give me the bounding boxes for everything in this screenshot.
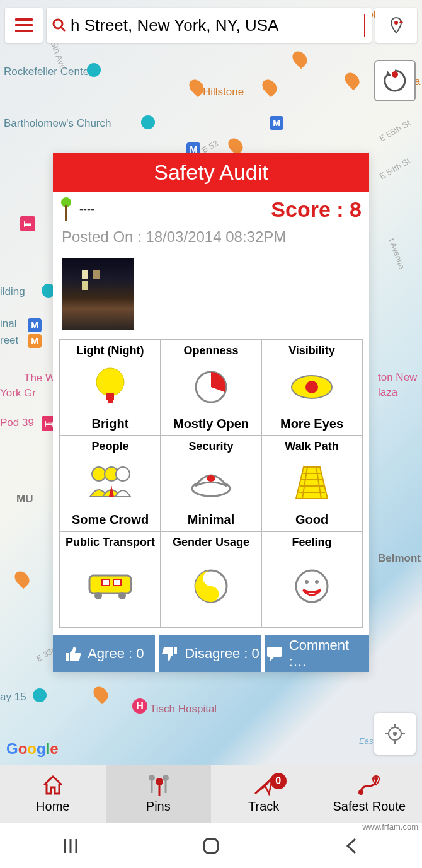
comment-button[interactable]: Comment :… bbox=[265, 635, 369, 672]
map-label: E 55th St bbox=[378, 119, 412, 144]
my-location-button[interactable] bbox=[374, 713, 416, 755]
pie-icon bbox=[193, 357, 229, 417]
search-input[interactable]: h Street, New York, NY, USA bbox=[47, 8, 372, 43]
nav-track[interactable]: 0 Track bbox=[211, 765, 317, 823]
bar-pin-icon bbox=[91, 684, 111, 705]
bus-icon bbox=[87, 549, 134, 623]
meta-dash: ---- bbox=[79, 203, 94, 216]
nav-pins[interactable]: Pins bbox=[106, 765, 212, 823]
path-icon bbox=[294, 453, 330, 512]
svg-point-3 bbox=[392, 71, 398, 78]
svg-point-17 bbox=[305, 381, 318, 393]
svg-point-0 bbox=[54, 20, 62, 28]
map-pin-dropdown[interactable] bbox=[375, 8, 417, 43]
poi-icon bbox=[141, 115, 155, 129]
card-meta-row: ---- Score : 8 bbox=[53, 192, 369, 222]
search-value: h Street, New York, NY, USA bbox=[71, 16, 367, 35]
svg-point-18 bbox=[92, 467, 106, 481]
map-label: York Gr bbox=[0, 387, 36, 400]
svg-rect-31 bbox=[113, 579, 121, 586]
pins-icon bbox=[145, 774, 171, 797]
thumb-down-icon bbox=[161, 644, 180, 663]
audit-grid: Light (Night) Bright Openness Mostly Ope… bbox=[59, 339, 363, 628]
pin-marker-icon bbox=[60, 197, 72, 222]
map-label: t Avenue bbox=[387, 237, 407, 270]
svg-rect-38 bbox=[267, 647, 282, 657]
map-label: Belmont bbox=[378, 552, 421, 565]
svg-point-20 bbox=[116, 467, 130, 481]
svg-point-12 bbox=[96, 368, 124, 396]
map-label: ilding bbox=[0, 286, 25, 298]
metro-icon: M bbox=[28, 318, 42, 332]
agree-button[interactable]: Agree : 0 bbox=[53, 635, 157, 672]
cell-openness: Openness Mostly Open bbox=[161, 340, 261, 436]
menu-button[interactable] bbox=[5, 8, 43, 43]
svg-point-46 bbox=[374, 777, 378, 780]
svg-line-1 bbox=[61, 27, 65, 31]
svg-point-39 bbox=[149, 775, 155, 781]
sys-back[interactable] bbox=[282, 836, 421, 855]
text-cursor bbox=[364, 14, 365, 37]
map-label: E 54th St bbox=[378, 156, 412, 182]
restaurant-pin-icon bbox=[259, 77, 280, 98]
map-label: ay 15 bbox=[0, 691, 26, 703]
people-icon bbox=[86, 453, 134, 512]
map-label: laza bbox=[378, 386, 397, 399]
yinyang-icon bbox=[193, 549, 229, 623]
map-label: inal bbox=[0, 318, 16, 330]
poi-icon bbox=[33, 688, 47, 702]
svg-rect-13 bbox=[106, 393, 114, 400]
poi-icon bbox=[87, 63, 101, 77]
posted-date: Posted On : 18/03/2014 08:32PM bbox=[53, 222, 369, 255]
svg-point-43 bbox=[163, 775, 169, 781]
route-icon bbox=[357, 774, 381, 797]
watermark: www.frfam.com bbox=[362, 822, 418, 831]
map-label: Tisch Hospital bbox=[150, 703, 217, 715]
refresh-button[interactable] bbox=[374, 60, 416, 101]
cell-gender: Gender Usage bbox=[161, 531, 261, 627]
nav-safest-route[interactable]: Safest Route bbox=[317, 765, 423, 823]
svg-point-35 bbox=[296, 570, 328, 602]
bar-pin-icon bbox=[12, 569, 33, 589]
map-label: Pod 39 bbox=[0, 417, 34, 429]
sys-recents[interactable] bbox=[1, 838, 140, 854]
card-title: Safety Audit bbox=[53, 153, 369, 192]
map-label: reet bbox=[0, 334, 18, 347]
sys-home[interactable] bbox=[141, 836, 280, 855]
track-badge: 0 bbox=[270, 773, 287, 789]
bar-pin-icon bbox=[342, 70, 363, 91]
svg-point-33 bbox=[118, 592, 126, 599]
map-label: Hillstone bbox=[203, 86, 244, 98]
svg-point-22 bbox=[207, 475, 215, 482]
map-label: Rockefeller Center bbox=[4, 66, 93, 78]
audit-photo[interactable] bbox=[62, 258, 134, 330]
svg-point-45 bbox=[358, 790, 363, 795]
action-bar: Agree : 0 Disagree : 0 Comment :… bbox=[53, 635, 369, 672]
system-nav bbox=[0, 823, 422, 868]
smile-icon bbox=[294, 549, 329, 623]
metro-icon: M bbox=[270, 116, 283, 130]
restaurant-pin-icon bbox=[290, 49, 311, 69]
nav-home[interactable]: Home bbox=[0, 765, 106, 823]
svg-rect-11 bbox=[65, 205, 67, 221]
cell-people: People Some Crowd bbox=[60, 436, 161, 531]
cell-feeling: Feeling bbox=[261, 531, 362, 627]
hospital-icon: H bbox=[132, 698, 147, 714]
bottom-nav: Home Pins 0 Track Safest Route bbox=[0, 765, 422, 823]
hotel-icon: 🛏 bbox=[20, 216, 35, 231]
disagree-button[interactable]: Disagree : 0 bbox=[159, 635, 263, 672]
police-cap-icon bbox=[190, 453, 232, 512]
metro-icon: M bbox=[28, 334, 42, 348]
score-label: Score : 8 bbox=[271, 197, 362, 222]
svg-rect-50 bbox=[204, 839, 218, 853]
map-label: Bartholomew's Church bbox=[4, 117, 111, 130]
home-icon bbox=[42, 774, 64, 797]
svg-point-37 bbox=[315, 580, 319, 584]
svg-point-36 bbox=[305, 580, 309, 584]
map-label: MU bbox=[16, 493, 33, 506]
map-label: The W bbox=[24, 372, 55, 385]
svg-rect-30 bbox=[102, 579, 110, 586]
svg-point-32 bbox=[94, 592, 102, 599]
eye-icon bbox=[290, 357, 334, 417]
map-label: ton New bbox=[378, 371, 417, 384]
